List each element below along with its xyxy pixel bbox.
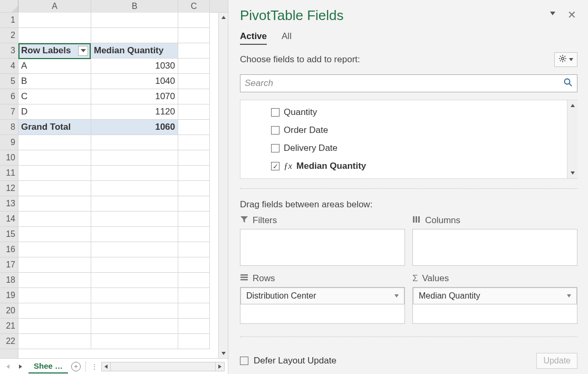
row-header[interactable]: 16 [0, 242, 18, 257]
row-header[interactable]: 3 [0, 43, 18, 59]
sheet-tab-strip: Shee … + ⋮ [0, 358, 228, 374]
search-input[interactable]: Search [240, 74, 577, 92]
row-header[interactable]: 4 [0, 59, 18, 74]
svg-rect-17 [240, 274, 248, 276]
scroll-down-button[interactable] [567, 168, 577, 178]
row-header[interactable]: 12 [0, 181, 18, 196]
search-icon [563, 78, 573, 90]
field-label: Order Date [284, 125, 328, 136]
cell-B4[interactable]: 1030 [91, 59, 178, 74]
scroll-up-button[interactable] [219, 13, 228, 22]
svg-rect-18 [240, 277, 248, 279]
vertical-scrollbar[interactable] [218, 13, 228, 358]
svg-line-7 [560, 56, 561, 57]
field-delivery-date[interactable]: Delivery Date [271, 139, 562, 157]
area-rows: Rows Distribution Center [240, 273, 405, 324]
row-header-column: 1 2 3 4 5 6 7 8 9 10 11 12 13 14 15 16 1… [0, 13, 18, 358]
tab-active[interactable]: Active [240, 31, 267, 45]
chevron-down-icon[interactable] [394, 294, 399, 298]
row-header[interactable]: 7 [0, 104, 18, 120]
tab-nav-prev[interactable] [3, 362, 13, 371]
row-header[interactable]: 9 [0, 135, 18, 150]
cell-B6[interactable]: 1070 [91, 89, 178, 104]
svg-point-2 [562, 57, 564, 60]
rows-dropzone[interactable]: Distribution Center [240, 287, 405, 324]
row-header[interactable]: 21 [0, 319, 18, 334]
cell-B5[interactable]: 1040 [91, 74, 178, 89]
row-header[interactable]: 6 [0, 89, 18, 104]
scroll-up-button[interactable] [567, 100, 577, 111]
checkbox[interactable] [271, 108, 279, 117]
values-field-chip[interactable]: Median Quantity [413, 287, 577, 304]
cell-A5[interactable]: B [18, 74, 91, 89]
cell-A3[interactable]: Row Labels [18, 43, 91, 59]
row-header[interactable]: 15 [0, 227, 18, 242]
row-header[interactable]: 10 [0, 150, 18, 166]
column-header-B[interactable]: B [91, 0, 178, 13]
area-title-label: Filters [253, 215, 277, 226]
close-icon[interactable]: ✕ [567, 8, 576, 21]
cell-A6[interactable]: C [18, 89, 91, 104]
row-header[interactable]: 17 [0, 257, 18, 273]
field-median-quantity[interactable]: ƒx Median Quantity [271, 157, 562, 175]
filter-icon [240, 215, 248, 226]
values-dropzone[interactable]: Median Quantity [412, 287, 577, 324]
scroll-down-button[interactable] [219, 349, 228, 358]
cell-grid[interactable]: Row Labels Median Quantity A1030 B1040 C… [18, 13, 218, 349]
new-sheet-button[interactable]: + [71, 362, 81, 371]
choose-fields-label: Choose fields to add to report: [240, 54, 360, 65]
row-header[interactable]: 1 [0, 13, 18, 28]
field-label: Quantity [284, 107, 317, 118]
sheet-tab-active[interactable]: Shee … [28, 359, 68, 373]
svg-rect-16 [418, 216, 420, 223]
row-header[interactable]: 8 [0, 120, 18, 135]
cell-B8[interactable]: 1060 [91, 120, 178, 135]
horizontal-scrollbar[interactable] [101, 362, 225, 371]
row-labels-filter-button[interactable] [78, 46, 88, 56]
svg-marker-13 [240, 216, 248, 223]
cell-A8[interactable]: Grand Total [18, 120, 91, 135]
pivot-tabs: Active All [240, 31, 577, 45]
columns-dropzone[interactable] [412, 229, 577, 266]
field-order-date[interactable]: Order Date [271, 121, 562, 139]
defer-update-checkbox[interactable] [240, 357, 248, 365]
row-header[interactable]: 14 [0, 212, 18, 227]
field-list-scrollbar[interactable] [567, 100, 577, 178]
cell-B3[interactable]: Median Quantity [91, 43, 178, 59]
cell-A7[interactable]: D [18, 104, 91, 120]
filters-dropzone[interactable] [240, 229, 405, 266]
select-all-cell[interactable] [0, 0, 18, 12]
row-header[interactable]: 2 [0, 28, 18, 43]
row-header[interactable]: 22 [0, 334, 18, 349]
chevron-down-icon[interactable] [567, 294, 571, 298]
tab-all[interactable]: All [282, 31, 292, 45]
area-columns: Columns [412, 215, 577, 266]
scroll-left-button[interactable] [101, 362, 111, 371]
column-header-A[interactable]: A [18, 0, 91, 13]
scroll-right-button[interactable] [215, 362, 225, 371]
field-list[interactable]: Quantity Order Date Delivery Date ƒx Med… [240, 100, 577, 179]
pane-options-dropdown[interactable] [550, 12, 555, 15]
area-filters: Filters [240, 215, 405, 266]
field-quantity[interactable]: Quantity [271, 103, 562, 121]
row-header[interactable]: 5 [0, 74, 18, 89]
tools-button[interactable] [554, 52, 577, 67]
checkbox[interactable] [271, 126, 279, 135]
gear-icon [558, 54, 567, 65]
rows-field-chip[interactable]: Distribution Center [240, 287, 404, 304]
checkbox[interactable] [271, 162, 279, 170]
row-header[interactable]: 19 [0, 288, 18, 303]
update-button[interactable]: Update [536, 353, 577, 369]
row-header[interactable]: 18 [0, 273, 18, 288]
column-header-row: A B C [0, 0, 228, 13]
column-header-C[interactable]: C [178, 0, 210, 13]
tab-nav-next[interactable] [16, 362, 25, 371]
row-header[interactable]: 20 [0, 303, 18, 319]
checkbox[interactable] [271, 144, 279, 152]
area-title-label: Values [422, 273, 449, 284]
cell-A4[interactable]: A [18, 59, 91, 74]
cell-B7[interactable]: 1120 [91, 104, 178, 120]
row-header[interactable]: 11 [0, 166, 18, 181]
tab-strip-more-icon[interactable]: ⋮ [91, 362, 98, 371]
row-header[interactable]: 13 [0, 196, 18, 212]
